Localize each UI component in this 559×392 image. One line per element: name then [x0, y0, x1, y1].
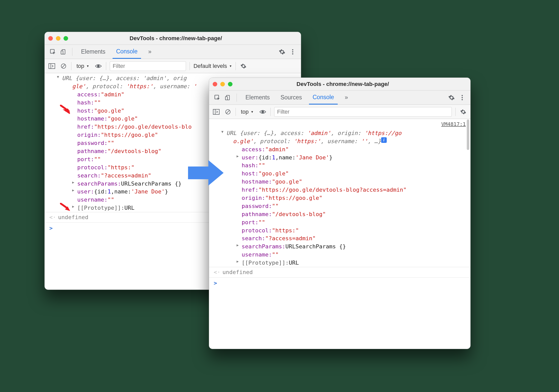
svg-rect-13 — [225, 97, 227, 100]
info-icon[interactable]: i — [381, 137, 387, 143]
titlebar: DevTools - chrome://new-tab-page/ — [209, 78, 470, 91]
window-title: DevTools - chrome://new-tab-page/ — [237, 81, 449, 87]
source-link[interactable]: VM4817:1 — [441, 121, 466, 127]
filter-input[interactable] — [110, 61, 186, 71]
tab-console[interactable]: Console — [309, 91, 337, 104]
svg-point-16 — [462, 99, 463, 100]
clear-icon[interactable] — [224, 108, 232, 116]
tab-elements[interactable]: Elements — [242, 91, 273, 104]
eye-icon[interactable] — [94, 62, 102, 70]
levels-label: Default levels — [193, 63, 227, 69]
eye-icon[interactable] — [259, 108, 267, 116]
svg-rect-6 — [49, 64, 55, 69]
prop-searchparams[interactable]: searchParams: URLSearchParams {} — [209, 243, 470, 251]
device-icon[interactable] — [224, 94, 232, 102]
minimize-icon[interactable] — [56, 36, 60, 41]
prop-hostname[interactable]: hostname: "goo.gle" — [209, 178, 470, 186]
svg-point-21 — [262, 111, 264, 113]
minimize-icon[interactable] — [220, 82, 225, 86]
prop-protocol[interactable]: protocol: "https:" — [209, 227, 470, 235]
close-icon[interactable] — [213, 82, 217, 86]
svg-point-15 — [462, 97, 463, 98]
svg-line-20 — [226, 110, 229, 113]
svg-point-4 — [292, 51, 293, 52]
gear-icon[interactable] — [239, 62, 247, 70]
levels-selector[interactable]: Default levels▼ — [193, 63, 232, 69]
return-undefined: <·undefined — [209, 267, 470, 277]
context-selector[interactable]: top▼ — [239, 109, 255, 115]
close-icon[interactable] — [48, 36, 53, 41]
prop-port[interactable]: port: "" — [209, 218, 470, 227]
svg-point-14 — [462, 95, 463, 96]
tab-elements[interactable]: Elements — [77, 45, 109, 59]
svg-rect-17 — [213, 109, 219, 114]
prop-pathname[interactable]: pathname: "/devtools-blog" — [209, 210, 470, 218]
prop-origin[interactable]: origin: "https://goo.gle" — [209, 194, 470, 202]
tab-sources[interactable]: Sources — [277, 91, 305, 104]
console-prompt[interactable]: > — [209, 278, 470, 292]
tabbar: Elements Sources Console » — [209, 91, 470, 105]
prop-user[interactable]: user: {id: 1, name: 'Jane Doe'} — [209, 154, 470, 162]
context-selector[interactable]: top▼ — [75, 63, 91, 69]
kebab-icon[interactable] — [458, 94, 466, 102]
object-summary[interactable]: URL {user: {…}, access: 'admin', origin:… — [209, 129, 470, 137]
gear-icon[interactable] — [278, 48, 286, 56]
traffic-lights — [213, 82, 232, 86]
prop-prototype[interactable]: [[Prototype]]: URL — [209, 259, 470, 267]
zoom-icon[interactable] — [64, 36, 68, 41]
object-summary-line2: o.gle', protocol: 'https:', username: ''… — [209, 137, 470, 145]
titlebar: DevTools - chrome://new-tab-page/ — [45, 32, 301, 45]
sidebar-toggle-icon[interactable] — [212, 108, 220, 116]
svg-point-5 — [292, 53, 293, 54]
scrollbar[interactable] — [467, 119, 469, 150]
console-toolbar: top▼ — [209, 105, 470, 119]
gear-icon[interactable] — [447, 94, 456, 102]
inspect-icon[interactable] — [49, 48, 57, 56]
gear-icon[interactable] — [459, 108, 467, 116]
tabbar: Elements Console » — [45, 45, 301, 59]
traffic-lights — [48, 36, 68, 41]
prop-password[interactable]: password: "" — [209, 202, 470, 210]
context-label: top — [241, 109, 249, 115]
console-output: VM4817:1 URL {user: {…}, access: 'admin'… — [209, 119, 470, 292]
prop-hash[interactable]: hash: "" — [209, 161, 470, 170]
tab-more[interactable]: » — [145, 45, 155, 59]
svg-line-9 — [62, 65, 65, 68]
sidebar-toggle-icon[interactable] — [48, 62, 56, 70]
devtools-window-after: DevTools - chrome://new-tab-page/ Elemen… — [209, 78, 471, 349]
clear-icon[interactable] — [59, 62, 68, 70]
device-icon[interactable] — [59, 48, 68, 56]
tab-more[interactable]: » — [341, 91, 352, 104]
svg-rect-2 — [61, 51, 63, 54]
svg-point-10 — [97, 65, 99, 67]
prop-host[interactable]: host: "goo.gle" — [209, 170, 470, 178]
svg-point-3 — [292, 49, 293, 50]
context-label: top — [76, 63, 84, 69]
window-title: DevTools - chrome://new-tab-page/ — [72, 35, 280, 42]
zoom-icon[interactable] — [228, 82, 232, 86]
prop-username[interactable]: username: "" — [209, 251, 470, 259]
console-toolbar: top▼ Default levels▼ — [45, 59, 301, 73]
prop-access[interactable]: access: "admin" — [209, 145, 470, 154]
prop-href[interactable]: href: "https://goo.gle/devtools-blog?acc… — [209, 186, 470, 194]
inspect-icon[interactable] — [213, 94, 221, 102]
tab-console[interactable]: Console — [113, 45, 141, 59]
kebab-icon[interactable] — [289, 48, 297, 56]
prop-search[interactable]: search: "?access=admin" — [209, 234, 470, 243]
filter-input[interactable] — [274, 107, 452, 117]
